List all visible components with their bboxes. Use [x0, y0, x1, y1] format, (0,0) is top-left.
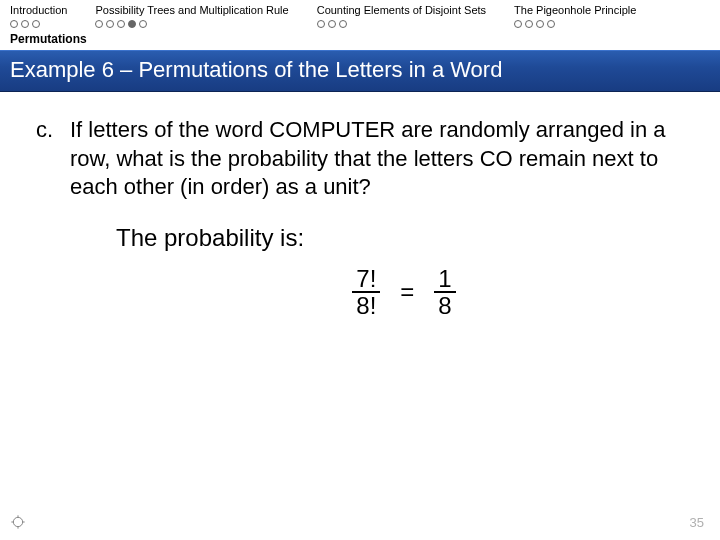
svg-point-0 — [13, 517, 22, 526]
numerator: 1 — [434, 266, 455, 293]
nav-item-disjoint-sets[interactable]: Counting Elements of Disjoint Sets — [317, 4, 486, 28]
nav-dots — [317, 20, 486, 28]
progress-dot — [328, 20, 336, 28]
progress-dot — [10, 20, 18, 28]
slide-title: Example 6 – Permutations of the Letters … — [0, 50, 720, 92]
progress-dot-current — [128, 20, 136, 28]
fraction-lhs: 7! 8! — [352, 266, 380, 318]
denominator: 8! — [352, 293, 380, 318]
nav-item-pigeonhole[interactable]: The Pigeonhole Principle — [514, 4, 636, 28]
progress-dot — [21, 20, 29, 28]
progress-dot — [536, 20, 544, 28]
fraction-rhs: 1 8 — [434, 266, 455, 318]
denominator: 8 — [434, 293, 455, 318]
probability-label: The probability is: — [116, 224, 692, 252]
nav-label: Counting Elements of Disjoint Sets — [317, 4, 486, 16]
nav-item-introduction[interactable]: Introduction — [10, 4, 67, 28]
equation: 7! 8! = 1 8 — [116, 266, 692, 318]
progress-dot — [339, 20, 347, 28]
progress-dot — [139, 20, 147, 28]
nav-label: The Pigeonhole Principle — [514, 4, 636, 16]
slide-content: c. If letters of the word COMPUTER are r… — [0, 92, 720, 318]
nav-label: Possibility Trees and Multiplication Rul… — [95, 4, 288, 16]
page-number: 35 — [690, 515, 704, 530]
nav-dots — [514, 20, 636, 28]
section-label: Permutations — [0, 30, 720, 50]
nav-dots — [95, 20, 288, 28]
crosshair-icon — [10, 514, 26, 530]
progress-dot — [32, 20, 40, 28]
list-item: c. If letters of the word COMPUTER are r… — [36, 116, 692, 202]
progress-dot — [547, 20, 555, 28]
top-nav: Introduction Possibility Trees and Multi… — [0, 0, 720, 30]
item-marker: c. — [36, 116, 56, 202]
item-text: If letters of the word COMPUTER are rand… — [70, 116, 692, 202]
equals-sign: = — [400, 278, 414, 306]
nav-dots — [10, 20, 67, 28]
nav-label: Introduction — [10, 4, 67, 16]
progress-dot — [106, 20, 114, 28]
numerator: 7! — [352, 266, 380, 293]
nav-item-possibility-trees[interactable]: Possibility Trees and Multiplication Rul… — [95, 4, 288, 28]
progress-dot — [95, 20, 103, 28]
progress-dot — [117, 20, 125, 28]
progress-dot — [525, 20, 533, 28]
progress-dot — [514, 20, 522, 28]
progress-dot — [317, 20, 325, 28]
